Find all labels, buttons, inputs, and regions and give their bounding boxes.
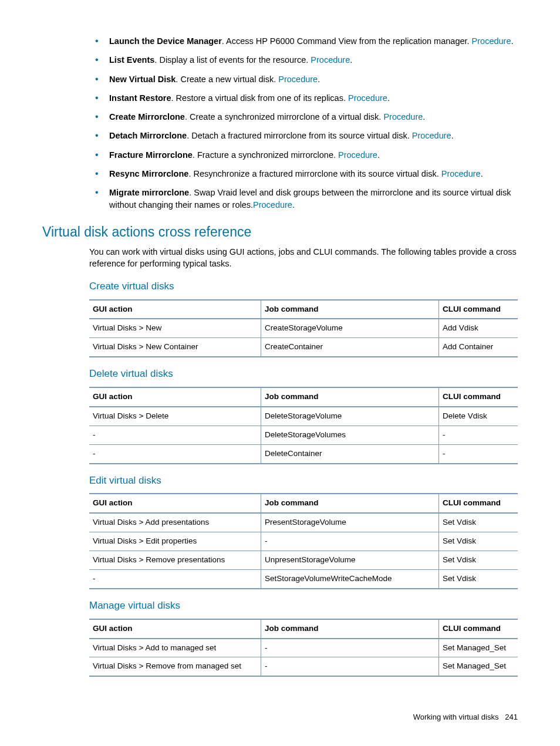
item-tail: . (350, 55, 352, 65)
item-tail: . (511, 36, 514, 46)
table-row: Virtual Disks > NewCreateStorageVolumeAd… (89, 319, 518, 337)
cell: Virtual Disks > Add to managed set (89, 639, 261, 657)
cell: Add Vdisk (439, 319, 518, 337)
cell: Virtual Disks > Add presentations (89, 513, 261, 532)
cell: - (261, 532, 439, 551)
item-desc: . Restore a virtual disk from one of its… (171, 93, 348, 103)
cell: - (261, 657, 439, 676)
item-title: Fracture Mirrorclone (109, 150, 193, 160)
col-gui-action: GUI action (89, 619, 261, 639)
col-gui-action: GUI action (89, 300, 261, 319)
col-clui-command: CLUI command (439, 619, 518, 639)
procedure-link[interactable]: Procedure (311, 55, 350, 65)
list-item: Detach Mirrorclone. Detach a fractured m… (95, 130, 518, 141)
item-desc: . Access HP P6000 Command View from the … (222, 36, 472, 46)
cell: Set Vdisk (439, 569, 518, 588)
item-tail: . (423, 112, 425, 121)
col-job-command: Job command (261, 387, 439, 407)
item-desc: . Resynchronize a fractured mirrorclone … (188, 169, 441, 178)
page-footer: Working with virtual disks 241 (413, 712, 518, 723)
table-row: Virtual Disks > New ContainerCreateConta… (89, 338, 518, 357)
section-intro: You can work with virtual disks using GU… (89, 246, 518, 270)
subsection-manage: Manage virtual disks (89, 599, 518, 613)
cell: Set Managed_Set (439, 657, 518, 676)
cell: SetStorageVolumeWriteCacheMode (261, 569, 439, 588)
cell: Set Vdisk (439, 532, 518, 551)
procedure-link[interactable]: Procedure (472, 36, 511, 46)
table-row: -DeleteContainer- (89, 444, 518, 463)
list-item: Instant Restore. Restore a virtual disk … (95, 92, 518, 104)
item-desc: . Create a synchronized mirrorclone of a… (185, 112, 383, 121)
col-gui-action: GUI action (89, 387, 261, 407)
col-clui-command: CLUI command (439, 300, 518, 319)
cell: Set Vdisk (439, 551, 518, 570)
item-tail: . (451, 131, 454, 140)
cell: DeleteStorageVolume (261, 407, 439, 426)
cell: Virtual Disks > Delete (89, 407, 261, 426)
item-tail: . (292, 200, 295, 210)
col-clui-command: CLUI command (439, 494, 518, 513)
cell: Virtual Disks > New (89, 319, 261, 337)
footer-label: Working with virtual disks (413, 713, 499, 721)
table-edit: GUI action Job command CLUI command Virt… (89, 493, 518, 589)
subsection-delete: Delete virtual disks (89, 367, 518, 381)
table-delete: GUI action Job command CLUI command Virt… (89, 387, 518, 464)
table-create: GUI action Job command CLUI command Virt… (89, 299, 518, 358)
cell: PresentStorageVolume (261, 513, 439, 532)
procedure-link[interactable]: Procedure (348, 93, 387, 103)
item-title: Detach Mirrorclone (109, 131, 187, 140)
procedure-link[interactable]: Procedure (338, 150, 377, 160)
procedure-link[interactable]: Procedure (278, 75, 318, 84)
cell: UnpresentStorageVolume (261, 551, 439, 570)
item-title: Launch the Device Manager (109, 36, 222, 46)
procedure-link[interactable]: Procedure (253, 200, 292, 210)
item-tail: . (387, 93, 390, 103)
cell: Set Managed_Set (439, 639, 518, 657)
list-item: Create Mirrorclone. Create a synchronize… (95, 111, 518, 123)
procedure-link[interactable]: Procedure (441, 169, 481, 178)
section-heading: Virtual disk actions cross reference (42, 222, 518, 241)
list-item: New Virtual Disk. Create a new virtual d… (95, 73, 518, 85)
cell: - (261, 639, 439, 657)
item-title: Resync Mirrorclone (109, 169, 188, 178)
procedure-link[interactable]: Procedure (412, 131, 451, 140)
procedure-link[interactable]: Procedure (383, 112, 423, 121)
cell: DeleteContainer (261, 444, 439, 463)
page-number: 241 (505, 713, 518, 721)
col-job-command: Job command (261, 300, 439, 319)
cell: CreateStorageVolume (261, 319, 439, 337)
col-clui-command: CLUI command (439, 387, 518, 407)
list-item: Launch the Device Manager. Access HP P60… (95, 35, 518, 47)
item-title: List Events (109, 55, 154, 65)
cell: Virtual Disks > Edit properties (89, 532, 261, 551)
table-row: Virtual Disks > Remove presentationsUnpr… (89, 551, 518, 570)
cell: Virtual Disks > New Container (89, 338, 261, 357)
cell: Delete Vdisk (439, 407, 518, 426)
item-desc: . Display a list of events for the resou… (154, 55, 311, 65)
cell: - (89, 569, 261, 588)
table-row: -DeleteStorageVolumes- (89, 426, 518, 444)
col-job-command: Job command (261, 619, 439, 639)
item-desc: . Create a new virtual disk. (176, 75, 278, 84)
cell: - (89, 426, 261, 444)
subsection-create: Create virtual disks (89, 279, 518, 293)
item-tail: . (481, 169, 483, 178)
item-title: New Virtual Disk (109, 75, 176, 84)
list-item: Fracture Mirrorclone. Fracture a synchro… (95, 149, 518, 161)
cell: Virtual Disks > Remove from managed set (89, 657, 261, 676)
cell: - (89, 444, 261, 463)
cell: CreateContainer (261, 338, 439, 357)
item-title: Instant Restore (109, 93, 171, 103)
list-item: Resync Mirrorclone. Resynchronize a frac… (95, 168, 518, 180)
cell: DeleteStorageVolumes (261, 426, 439, 444)
cell: Virtual Disks > Remove presentations (89, 551, 261, 570)
table-row: -SetStorageVolumeWriteCacheModeSet Vdisk (89, 569, 518, 588)
table-manage: GUI action Job command CLUI command Virt… (89, 619, 518, 677)
table-row: Virtual Disks > Remove from managed set-… (89, 657, 518, 676)
list-item: Migrate mirrorclone. Swap Vraid level an… (95, 187, 518, 211)
action-bullet-list: Launch the Device Manager. Access HP P60… (42, 35, 518, 211)
page: Launch the Device Manager. Access HP P60… (0, 0, 560, 746)
item-title: Migrate mirrorclone (109, 188, 189, 197)
item-title: Create Mirrorclone (109, 112, 185, 121)
list-item: List Events. Display a list of events fo… (95, 54, 518, 66)
